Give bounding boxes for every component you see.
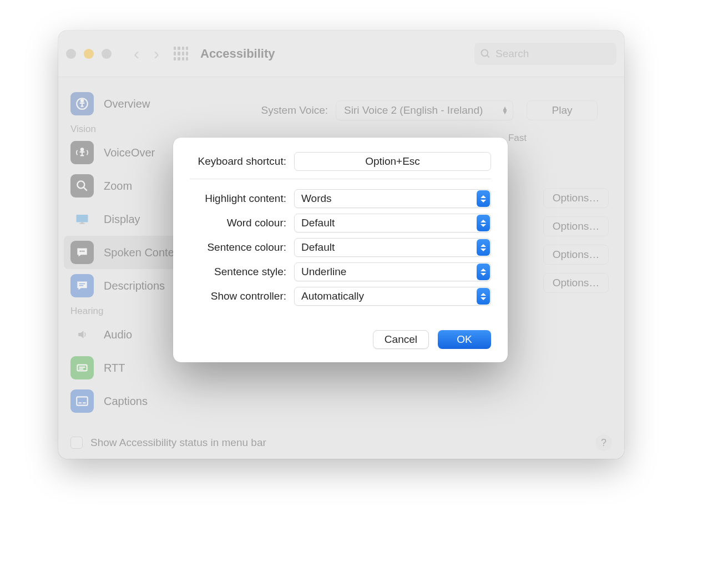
divider [190,179,491,179]
highlight-content-value: Words [301,193,332,205]
options-sheet: Keyboard shortcut: Option+Esc Highlight … [173,138,508,362]
chevron-updown-icon [477,288,490,305]
ok-button[interactable]: OK [438,330,491,349]
chevron-updown-icon [477,239,490,256]
chevron-updown-icon [477,264,490,280]
cancel-button[interactable]: Cancel [373,330,429,349]
keyboard-shortcut-label: Keyboard shortcut: [190,155,294,168]
chevron-updown-icon [477,215,490,231]
sentence-style-select[interactable]: Underline [294,262,491,281]
word-colour-select[interactable]: Default [294,214,491,232]
sentence-colour-label: Sentence colour: [190,241,294,254]
highlight-content-label: Highlight content: [190,193,294,205]
chevron-updown-icon [477,190,490,207]
keyboard-shortcut-input[interactable]: Option+Esc [294,152,491,171]
sentence-style-value: Underline [301,266,346,278]
sentence-colour-value: Default [301,241,335,254]
sentence-style-label: Sentence style: [190,266,294,278]
show-controller-label: Show controller: [190,290,294,302]
show-controller-value: Automatically [301,290,364,302]
word-colour-value: Default [301,217,335,229]
keyboard-shortcut-value: Option+Esc [365,155,420,168]
word-colour-label: Word colour: [190,217,294,229]
highlight-content-select[interactable]: Words [294,189,491,208]
ok-label: OK [457,333,472,346]
cancel-label: Cancel [385,333,417,346]
show-controller-select[interactable]: Automatically [294,287,491,306]
sentence-colour-select[interactable]: Default [294,238,491,257]
